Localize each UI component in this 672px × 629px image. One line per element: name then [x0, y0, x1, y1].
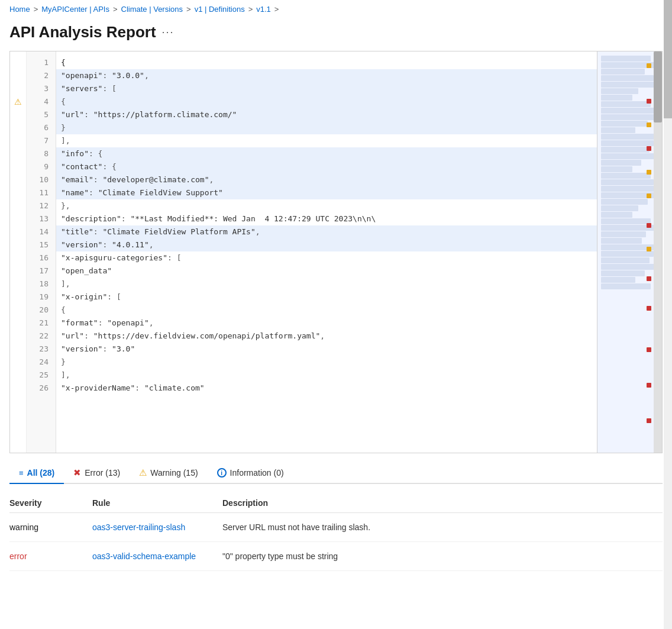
code-line-7: ], — [56, 134, 597, 147]
minimap[interactable] — [597, 51, 662, 453]
code-line-20: { — [56, 304, 597, 317]
minimap-marker-error-6 — [647, 347, 651, 352]
tab-error[interactable]: ✖ Error (13) — [64, 463, 130, 484]
breadcrumb-sep-5: > — [274, 5, 279, 14]
code-line-10: "email": "developer@climate.com", — [56, 173, 597, 186]
breadcrumb-v11[interactable]: v1.1 — [256, 5, 271, 14]
code-line-4: { — [56, 95, 597, 108]
results-header: Severity Rule Description — [9, 493, 663, 513]
page-scrollbar[interactable] — [664, 0, 672, 580]
code-line-9: "contact": { — [56, 160, 597, 173]
tab-warning-label: Warning (15) — [150, 468, 198, 478]
code-line-16: "x-apisguru-categories": [ — [56, 251, 597, 264]
col-header-description: Description — [222, 498, 663, 508]
line-num-9: 9 — [27, 160, 56, 173]
description-cell-2: "0" property type must be string — [222, 551, 663, 561]
scrollbar-track[interactable] — [654, 51, 662, 453]
tabs-section: ≡ All (28) ✖ Error (13) ⚠ Warning (15) i… — [0, 453, 672, 484]
tabs-row: ≡ All (28) ✖ Error (13) ⚠ Warning (15) i… — [9, 463, 663, 484]
col-header-severity: Severity — [9, 498, 92, 508]
line-num-19: 19 — [27, 291, 56, 304]
code-line-21: "format": "openapi", — [56, 317, 597, 330]
code-line-8: "info": { — [56, 147, 597, 160]
code-line-6: } — [56, 121, 597, 134]
minimap-marker-error-4 — [647, 276, 651, 281]
code-content[interactable]: { "openapi": "3.0.0", "servers": [ { "ur… — [56, 51, 597, 453]
line-num-23: 23 — [27, 343, 56, 356]
tab-all[interactable]: ≡ All (28) — [9, 463, 64, 484]
code-line-25: ], — [56, 369, 597, 382]
breadcrumb: Home > MyAPICenter | APIs > Climate | Ve… — [0, 0, 672, 18]
line-numbers: 1 2 3 4 5 6 7 8 9 10 11 12 13 14 15 16 1… — [27, 51, 56, 453]
line-num-13: 13 — [27, 212, 56, 225]
minimap-marker-warning-1 — [647, 63, 651, 68]
breadcrumb-climate[interactable]: Climate | Versions — [121, 5, 183, 14]
tab-information-label: Information (0) — [230, 468, 284, 478]
breadcrumb-sep-4: > — [248, 5, 253, 14]
minimap-marker-error-1 — [647, 99, 651, 104]
minimap-marker-warning-5 — [647, 247, 651, 251]
list-icon: ≡ — [19, 469, 24, 478]
breadcrumb-myapicenter[interactable]: MyAPICenter | APIs — [41, 5, 109, 14]
line-num-4: 4 — [27, 95, 56, 108]
code-line-19: "x-origin": [ — [56, 291, 597, 304]
rule-link-1[interactable]: oas3-server-trailing-slash — [92, 522, 222, 532]
warning-icon-line4: ⚠ — [10, 95, 26, 108]
page-title: API Analysis Report — [9, 23, 156, 41]
code-line-15: "version": "4.0.11", — [56, 238, 597, 251]
warning-icon-column: ⚠ — [10, 51, 27, 453]
code-line-3: "servers": [ — [56, 82, 597, 95]
line-num-17: 17 — [27, 264, 56, 278]
minimap-marker-error-5 — [647, 306, 651, 311]
tab-all-label: All (28) — [27, 468, 55, 478]
line-num-12: 12 — [27, 199, 56, 212]
code-line-12: }, — [56, 199, 597, 212]
description-cell-1: Server URL must not have trailing slash. — [222, 522, 663, 532]
code-line-11: "name": "Climate FieldView Support" — [56, 186, 597, 199]
breadcrumb-sep-2: > — [113, 5, 118, 14]
code-line-18: ], — [56, 278, 597, 291]
breadcrumb-sep-1: > — [34, 5, 38, 14]
line-num-25: 25 — [27, 369, 56, 382]
severity-cell-1: warning — [9, 522, 92, 532]
error-icon: ✖ — [73, 467, 81, 478]
page-scrollbar-thumb[interactable] — [664, 0, 672, 118]
line-num-11: 11 — [27, 186, 56, 199]
table-row: error oas3-valid-schema-example "0" prop… — [9, 542, 663, 571]
page-title-area: API Analysis Report ··· — [0, 18, 672, 51]
line-num-26: 26 — [27, 382, 56, 395]
line-num-16: 16 — [27, 251, 56, 264]
warning-icon: ⚠ — [139, 467, 147, 478]
rule-link-2[interactable]: oas3-valid-schema-example — [92, 551, 222, 561]
line-num-8: 8 — [27, 147, 56, 160]
tab-error-label: Error (13) — [85, 468, 120, 478]
col-header-rule: Rule — [92, 498, 222, 508]
line-num-14: 14 — [27, 225, 56, 238]
minimap-marker-warning-4 — [647, 193, 651, 198]
breadcrumb-v1definitions[interactable]: v1 | Definitions — [195, 5, 245, 14]
line-num-6: 6 — [27, 121, 56, 134]
breadcrumb-home[interactable]: Home — [9, 5, 30, 14]
tab-information[interactable]: i Information (0) — [208, 463, 293, 484]
page-menu-button[interactable]: ··· — [162, 26, 175, 38]
line-num-10: 10 — [27, 173, 56, 186]
code-line-1: { — [56, 56, 597, 69]
tab-warning[interactable]: ⚠ Warning (15) — [130, 463, 207, 484]
line-num-2: 2 — [27, 69, 56, 82]
code-line-23: "version": "3.0" — [56, 343, 597, 356]
line-num-24: 24 — [27, 356, 56, 369]
table-row: warning oas3-server-trailing-slash Serve… — [9, 513, 663, 542]
code-line-26: "x-providerName": "climate.com" — [56, 382, 597, 395]
results-table: Severity Rule Description warning oas3-s… — [0, 484, 672, 580]
code-line-14: "title": "Climate FieldView Platform API… — [56, 225, 597, 238]
line-num-5: 5 — [27, 108, 56, 121]
line-num-21: 21 — [27, 317, 56, 330]
scrollbar-thumb[interactable] — [654, 51, 662, 122]
minimap-marker-error-7 — [647, 383, 651, 388]
line-num-1: 1 — [27, 56, 56, 69]
line-num-20: 20 — [27, 304, 56, 317]
minimap-marker-warning-3 — [647, 170, 651, 175]
info-icon: i — [217, 468, 227, 478]
severity-cell-2: error — [9, 551, 92, 561]
code-line-13: "description": "**Last Modified**: Wed J… — [56, 212, 597, 225]
